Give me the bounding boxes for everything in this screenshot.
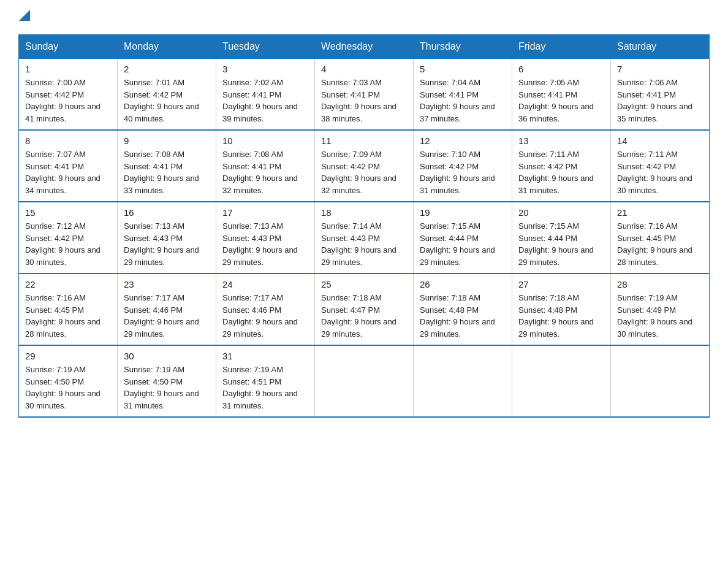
sunrise-label: Sunrise: 7:05 AM — [518, 78, 579, 87]
daylight-label: Daylight: 9 hours and 34 minutes. — [25, 174, 100, 195]
day-number: 25 — [321, 279, 407, 289]
sunset-label: Sunset: 4:51 PM — [222, 377, 281, 386]
calendar-table: SundayMondayTuesdayWednesdayThursdayFrid… — [18, 34, 710, 418]
daylight-label: Daylight: 9 hours and 37 minutes. — [420, 102, 495, 123]
sunset-label: Sunset: 4:41 PM — [420, 90, 479, 99]
day-info: Sunrise: 7:05 AM Sunset: 4:41 PM Dayligh… — [518, 77, 604, 124]
daylight-label: Daylight: 9 hours and 30 minutes. — [25, 245, 100, 267]
sunset-label: Sunset: 4:43 PM — [321, 234, 380, 243]
sunset-label: Sunset: 4:42 PM — [617, 162, 676, 171]
day-number: 21 — [617, 207, 703, 218]
day-info: Sunrise: 7:18 AM Sunset: 4:47 PM Dayligh… — [321, 292, 407, 340]
calendar-day-cell: 6 Sunrise: 7:05 AM Sunset: 4:41 PM Dayli… — [512, 59, 611, 131]
day-info: Sunrise: 7:06 AM Sunset: 4:41 PM Dayligh… — [617, 77, 703, 124]
calendar-day-cell: 5 Sunrise: 7:04 AM Sunset: 4:41 PM Dayli… — [414, 59, 512, 131]
day-info: Sunrise: 7:19 AM Sunset: 4:51 PM Dayligh… — [222, 364, 308, 412]
calendar-day-cell: 26 Sunrise: 7:18 AM Sunset: 4:48 PM Dayl… — [414, 274, 512, 345]
daylight-label: Daylight: 9 hours and 28 minutes. — [617, 245, 692, 267]
weekday-header-friday: Friday — [512, 35, 611, 59]
daylight-label: Daylight: 9 hours and 29 minutes. — [518, 245, 594, 267]
day-number: 10 — [222, 136, 308, 146]
day-number: 26 — [420, 279, 506, 289]
daylight-label: Daylight: 9 hours and 31 minutes. — [518, 174, 594, 195]
day-info: Sunrise: 7:19 AM Sunset: 4:50 PM Dayligh… — [25, 364, 111, 412]
sunrise-label: Sunrise: 7:03 AM — [321, 78, 382, 87]
daylight-label: Daylight: 9 hours and 29 minutes. — [321, 245, 396, 267]
calendar-day-cell — [512, 345, 611, 417]
daylight-label: Daylight: 9 hours and 31 minutes. — [124, 389, 199, 410]
day-number: 23 — [124, 279, 210, 289]
sunrise-label: Sunrise: 7:19 AM — [25, 365, 86, 374]
calendar-day-cell: 1 Sunrise: 7:00 AM Sunset: 4:42 PM Dayli… — [19, 59, 118, 131]
daylight-label: Daylight: 9 hours and 29 minutes. — [420, 245, 495, 267]
day-number: 16 — [124, 207, 210, 218]
sunset-label: Sunset: 4:44 PM — [420, 234, 479, 243]
day-number: 29 — [25, 351, 111, 361]
sunset-label: Sunset: 4:50 PM — [124, 377, 183, 386]
daylight-label: Daylight: 9 hours and 30 minutes. — [617, 317, 692, 339]
calendar-day-cell: 2 Sunrise: 7:01 AM Sunset: 4:42 PM Dayli… — [118, 59, 216, 131]
sunrise-label: Sunrise: 7:17 AM — [124, 293, 184, 302]
calendar-day-cell — [611, 345, 710, 417]
day-info: Sunrise: 7:11 AM Sunset: 4:42 PM Dayligh… — [617, 148, 703, 196]
day-number: 2 — [124, 64, 210, 74]
calendar-day-cell: 30 Sunrise: 7:19 AM Sunset: 4:50 PM Dayl… — [118, 345, 216, 417]
daylight-label: Daylight: 9 hours and 39 minutes. — [222, 102, 298, 123]
calendar-day-cell: 13 Sunrise: 7:11 AM Sunset: 4:42 PM Dayl… — [512, 130, 611, 202]
sunrise-label: Sunrise: 7:11 AM — [518, 150, 579, 159]
day-number: 5 — [420, 64, 506, 74]
calendar-day-cell: 27 Sunrise: 7:18 AM Sunset: 4:48 PM Dayl… — [512, 274, 611, 345]
sunset-label: Sunset: 4:41 PM — [321, 90, 380, 99]
sunrise-label: Sunrise: 7:19 AM — [617, 293, 678, 302]
day-info: Sunrise: 7:00 AM Sunset: 4:42 PM Dayligh… — [25, 77, 111, 124]
day-info: Sunrise: 7:14 AM Sunset: 4:43 PM Dayligh… — [321, 220, 407, 268]
calendar-day-cell: 29 Sunrise: 7:19 AM Sunset: 4:50 PM Dayl… — [19, 345, 118, 417]
calendar-day-cell: 15 Sunrise: 7:12 AM Sunset: 4:42 PM Dayl… — [19, 202, 118, 274]
sunrise-label: Sunrise: 7:00 AM — [25, 78, 86, 87]
day-number: 4 — [321, 64, 407, 74]
day-number: 9 — [124, 136, 210, 146]
day-info: Sunrise: 7:15 AM Sunset: 4:44 PM Dayligh… — [518, 220, 604, 268]
day-number: 19 — [420, 207, 506, 218]
sunrise-label: Sunrise: 7:15 AM — [420, 221, 480, 231]
daylight-label: Daylight: 9 hours and 38 minutes. — [321, 102, 396, 123]
calendar-day-cell: 19 Sunrise: 7:15 AM Sunset: 4:44 PM Dayl… — [414, 202, 512, 274]
day-info: Sunrise: 7:10 AM Sunset: 4:42 PM Dayligh… — [420, 148, 506, 196]
day-number: 1 — [25, 64, 111, 74]
daylight-label: Daylight: 9 hours and 29 minutes. — [222, 317, 298, 339]
daylight-label: Daylight: 9 hours and 28 minutes. — [25, 317, 100, 339]
calendar-day-cell: 21 Sunrise: 7:16 AM Sunset: 4:45 PM Dayl… — [611, 202, 710, 274]
day-number: 18 — [321, 207, 407, 218]
sunrise-label: Sunrise: 7:08 AM — [222, 150, 283, 159]
calendar-day-cell: 3 Sunrise: 7:02 AM Sunset: 4:41 PM Dayli… — [216, 59, 315, 131]
day-info: Sunrise: 7:09 AM Sunset: 4:42 PM Dayligh… — [321, 148, 407, 196]
calendar-day-cell: 18 Sunrise: 7:14 AM Sunset: 4:43 PM Dayl… — [315, 202, 414, 274]
sunset-label: Sunset: 4:42 PM — [25, 234, 84, 243]
calendar-day-cell: 7 Sunrise: 7:06 AM Sunset: 4:41 PM Dayli… — [611, 59, 710, 131]
day-info: Sunrise: 7:13 AM Sunset: 4:43 PM Dayligh… — [124, 220, 210, 268]
day-info: Sunrise: 7:02 AM Sunset: 4:41 PM Dayligh… — [222, 77, 308, 124]
calendar-week-row: 8 Sunrise: 7:07 AM Sunset: 4:41 PM Dayli… — [19, 130, 710, 202]
sunrise-label: Sunrise: 7:10 AM — [420, 150, 480, 159]
calendar-day-cell: 25 Sunrise: 7:18 AM Sunset: 4:47 PM Dayl… — [315, 274, 414, 345]
sunrise-label: Sunrise: 7:07 AM — [25, 150, 86, 159]
logo-triangle-icon — [19, 10, 30, 21]
daylight-label: Daylight: 9 hours and 29 minutes. — [124, 245, 199, 267]
sunset-label: Sunset: 4:41 PM — [222, 162, 281, 171]
sunset-label: Sunset: 4:42 PM — [518, 162, 577, 171]
calendar-day-cell: 11 Sunrise: 7:09 AM Sunset: 4:42 PM Dayl… — [315, 130, 414, 202]
day-number: 13 — [518, 136, 604, 146]
day-number: 7 — [617, 64, 703, 74]
day-info: Sunrise: 7:19 AM Sunset: 4:50 PM Dayligh… — [124, 364, 210, 412]
day-info: Sunrise: 7:12 AM Sunset: 4:42 PM Dayligh… — [25, 220, 111, 268]
day-number: 11 — [321, 136, 407, 146]
sunrise-label: Sunrise: 7:18 AM — [321, 293, 382, 302]
calendar-day-cell — [414, 345, 512, 417]
sunset-label: Sunset: 4:46 PM — [124, 305, 183, 315]
day-info: Sunrise: 7:13 AM Sunset: 4:43 PM Dayligh… — [222, 220, 308, 268]
weekday-header-thursday: Thursday — [414, 35, 512, 59]
daylight-label: Daylight: 9 hours and 40 minutes. — [124, 102, 199, 123]
sunrise-label: Sunrise: 7:17 AM — [222, 293, 283, 302]
day-info: Sunrise: 7:04 AM Sunset: 4:41 PM Dayligh… — [420, 77, 506, 124]
day-number: 3 — [222, 64, 308, 74]
